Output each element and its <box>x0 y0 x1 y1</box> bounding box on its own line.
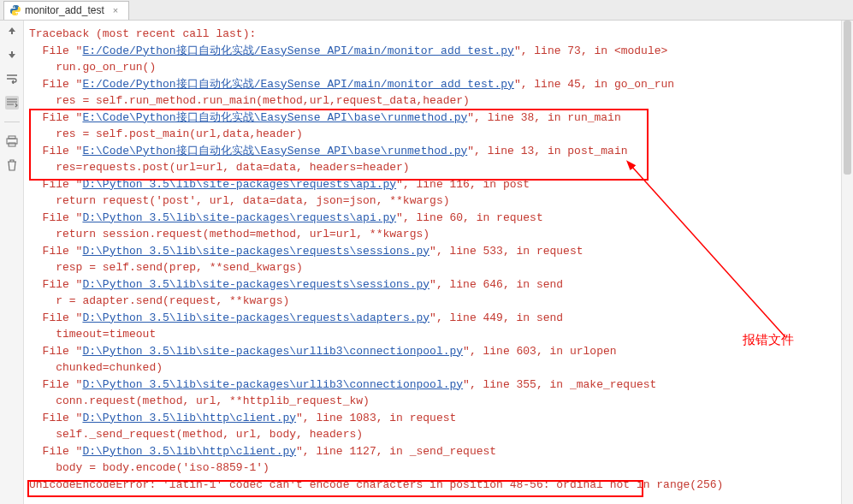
traceback-line: res=requests.post(url=url, data=data, he… <box>29 159 850 176</box>
tab-monitor-add-test[interactable]: monitor_add_test × <box>3 1 129 20</box>
file-link[interactable]: D:\Python 3.5\lib\site-packages\requests… <box>82 278 429 291</box>
file-link[interactable]: D:\Python 3.5\lib\site-packages\urllib3\… <box>82 378 463 391</box>
tab-bar: monitor_add_test × <box>0 0 853 21</box>
traceback-line: File "D:\Python 3.5\lib\http\client.py",… <box>29 410 850 427</box>
traceback-line: File "D:\Python 3.5\lib\site-packages\re… <box>29 276 850 294</box>
file-link[interactable]: E:\Code\Python接口自动化实战\EasySense_API\base… <box>82 111 467 124</box>
file-link[interactable]: E:/Code/Python接口自动化实战/EasySense_API/main… <box>82 78 513 91</box>
close-icon[interactable]: × <box>113 5 118 15</box>
traceback-line: res = self.run_method.run_main(method,ur… <box>29 92 850 110</box>
traceback-line: File "D:\Python 3.5\lib\site-packages\re… <box>29 176 850 193</box>
traceback-line: File "E:/Code/Python接口自动化实战/EasySense_AP… <box>29 76 850 93</box>
traceback-line: File "E:\Code\Python接口自动化实战\EasySense_AP… <box>29 110 850 127</box>
traceback-line: body = body.encode('iso-8859-1') <box>29 460 850 477</box>
console-gutter <box>0 21 24 504</box>
annotation-label: 报错文件 <box>743 330 794 350</box>
console-output[interactable]: 报错文件 Traceback (most recent call last): … <box>24 21 853 504</box>
traceback-line: conn.request(method, url, **httplib_requ… <box>29 393 850 410</box>
file-link[interactable]: E:\Code\Python接口自动化实战\EasySense_API\base… <box>82 145 467 157</box>
file-link[interactable]: D:\Python 3.5\lib\site-packages\requests… <box>82 211 396 224</box>
traceback-line: File "E:\Code\Python接口自动化实战\EasySense_AP… <box>29 143 850 160</box>
traceback-line: self._send_request(method, url, body, he… <box>29 426 850 443</box>
soft-wrap-icon[interactable] <box>5 72 19 86</box>
file-link[interactable]: D:\Python 3.5\lib\http\client.py <box>82 445 296 458</box>
file-link[interactable]: D:\Python 3.5\lib\site-packages\requests… <box>82 178 396 191</box>
traceback-line: run.go_on_run() <box>29 59 850 76</box>
print-icon[interactable] <box>5 134 19 148</box>
traceback-line: resp = self.send(prep, **send_kwargs) <box>29 259 850 276</box>
traceback-line: File "D:\Python 3.5\lib\http\client.py",… <box>29 443 850 460</box>
file-link[interactable]: D:\Python 3.5\lib\http\client.py <box>82 412 296 424</box>
traceback-line: File "D:\Python 3.5\lib\site-packages\ur… <box>29 343 850 360</box>
traceback-line: return request('post', url, data=data, j… <box>29 193 850 210</box>
file-link[interactable]: E:/Code/Python接口自动化实战/EasySense_API/main… <box>82 44 513 57</box>
traceback-line: res = self.post_main(url,data,header) <box>29 126 850 143</box>
traceback-line: File "E:/Code/Python接口自动化实战/EasySense_AP… <box>29 43 850 60</box>
svg-rect-0 <box>11 31 13 34</box>
traceback-line: chunked=chunked) <box>29 359 850 377</box>
traceback-line: r = adapter.send(request, **kwargs) <box>29 293 850 310</box>
arrow-up-icon[interactable] <box>5 24 19 38</box>
file-link[interactable]: D:\Python 3.5\lib\site-packages\requests… <box>82 311 429 324</box>
file-link[interactable]: D:\Python 3.5\lib\site-packages\urllib3\… <box>82 345 463 358</box>
svg-rect-1 <box>11 51 13 55</box>
traceback-line: Traceback (most recent call last): <box>29 26 850 43</box>
traceback-line: File "D:\Python 3.5\lib\site-packages\re… <box>29 210 850 227</box>
tab-label: monitor_add_test <box>25 4 104 16</box>
file-link[interactable]: D:\Python 3.5\lib\site-packages\requests… <box>82 245 429 258</box>
traceback-line: return session.request(method=method, ur… <box>29 226 850 243</box>
python-file-icon <box>9 4 21 16</box>
gutter-divider <box>4 122 20 122</box>
traceback-line: timeout=timeout <box>29 326 850 343</box>
traceback-line: File "D:\Python 3.5\lib\site-packages\re… <box>29 243 850 260</box>
traceback-line: File "D:\Python 3.5\lib\site-packages\ur… <box>29 377 850 394</box>
scroll-to-end-icon[interactable] <box>5 96 19 110</box>
scrollbar-thumb[interactable] <box>844 21 851 175</box>
arrow-down-icon[interactable] <box>5 48 19 62</box>
scrollbar[interactable] <box>841 21 853 504</box>
traceback-line: UnicodeEncodeError: 'latin-1' codec can'… <box>29 477 850 494</box>
traceback-line: File "D:\Python 3.5\lib\site-packages\re… <box>29 310 850 327</box>
trash-icon[interactable] <box>5 158 19 172</box>
